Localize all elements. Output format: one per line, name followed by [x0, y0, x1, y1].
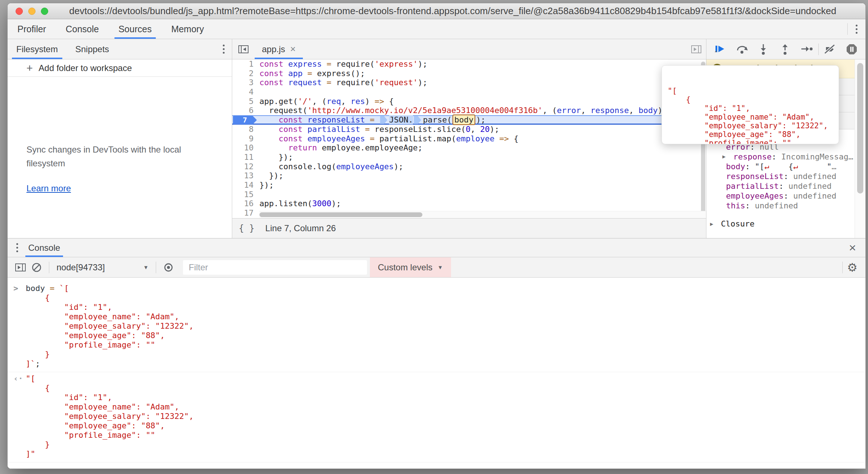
line-number[interactable]: 11: [232, 153, 259, 162]
step-into-icon[interactable]: [753, 41, 773, 57]
scope-row-responseList: responseList: undefined: [706, 171, 855, 181]
drawer-menu-icon[interactable]: [14, 241, 20, 254]
line-number[interactable]: 6: [232, 106, 259, 115]
console-messages[interactable]: >body = `[ { "id": "1", "employee_name":…: [8, 278, 865, 469]
log-levels-dropdown[interactable]: Custom levels ▼: [370, 257, 451, 277]
context-selector[interactable]: node[94733] ▼: [54, 262, 151, 273]
step-icon[interactable]: [797, 41, 817, 57]
tab-memory[interactable]: Memory: [162, 19, 214, 39]
line-number[interactable]: 7: [232, 115, 259, 125]
scrollbar-thumb[interactable]: [259, 212, 422, 217]
divider: [847, 23, 848, 35]
code-text: request('http://www.mocky.io/v2/5e1a9ae5…: [259, 106, 687, 115]
debugger-toolbar: [706, 39, 865, 59]
file-tab-label: app.js: [262, 44, 285, 54]
scope-row-response[interactable]: ▶response: IncomingMessag…: [706, 152, 855, 162]
close-window-icon[interactable]: [16, 8, 23, 15]
plus-icon: +: [26, 62, 33, 74]
deactivate-breakpoints-icon[interactable]: [820, 41, 840, 57]
learn-more-link[interactable]: Learn more: [26, 183, 213, 194]
tab-app-js[interactable]: app.js ×: [255, 39, 303, 59]
gear-icon[interactable]: ⚙: [847, 261, 865, 274]
show-debugger-icon[interactable]: [690, 39, 706, 59]
line-number[interactable]: 14: [232, 180, 259, 190]
add-folder-button[interactable]: + Add folder to workspace: [8, 59, 232, 77]
inline-eval-play-icon[interactable]: [414, 116, 421, 124]
code-text: const responseList = JSON.parse(body);: [259, 115, 485, 125]
collapsed-arrow-icon[interactable]: ▶: [722, 152, 733, 162]
line-number[interactable]: 9: [232, 134, 259, 144]
tooltip-line: "[: [668, 87, 839, 95]
line-number[interactable]: 15: [232, 190, 259, 199]
show-console-sidebar-icon[interactable]: [13, 259, 29, 275]
closure-label: Closure: [721, 219, 755, 229]
step-out-icon[interactable]: [775, 41, 795, 57]
console-message-result: ‹·"[ { "id": "1", "employee_name": "Adam…: [8, 372, 865, 462]
sidebar-scrollbar[interactable]: [855, 59, 865, 238]
line-number[interactable]: 12: [232, 162, 259, 171]
line-number[interactable]: 5: [232, 97, 259, 106]
tab-label: Console: [66, 24, 99, 34]
scope-pane: ▼Localerror: null▶response: IncomingMess…: [706, 129, 855, 238]
tab-label: Profiler: [17, 24, 46, 34]
line-number[interactable]: 8: [232, 125, 259, 134]
editor-panel: app.js × 1const express = require('expre…: [232, 39, 706, 238]
editor-horizontal-scrollbar[interactable]: [259, 211, 706, 218]
tab-profiler[interactable]: Profiler: [8, 19, 56, 39]
line-number[interactable]: 1: [232, 59, 259, 69]
code-line: 3const request = require('request');: [232, 78, 706, 87]
line-number[interactable]: 17: [232, 208, 259, 218]
code-text: console.log(employeeAges);: [259, 162, 403, 171]
tab-console[interactable]: Console: [56, 19, 109, 39]
zoom-window-icon[interactable]: [41, 8, 48, 15]
hide-navigator-icon[interactable]: [232, 39, 255, 59]
navigator-more-icon[interactable]: [221, 42, 227, 56]
console-message-input: >body = `[ { "id": "1", "employee_name":…: [8, 282, 865, 372]
code-line: 12 console.log(employeeAges);: [232, 162, 706, 171]
main-tab-bar: ProfilerConsoleSourcesMemory: [8, 19, 865, 39]
editor-status-bar: { } Line 7, Column 26: [232, 218, 706, 238]
code-line: 9 const employeeAges = partialList.map(e…: [232, 134, 706, 144]
clear-console-icon[interactable]: [29, 259, 45, 275]
minimize-window-icon[interactable]: [28, 8, 36, 15]
scrollbar-thumb[interactable]: [857, 63, 863, 194]
property-name: responseList: [726, 171, 784, 181]
tab-sources[interactable]: Sources: [109, 19, 162, 39]
eye-icon[interactable]: [160, 259, 176, 275]
pretty-print-icon[interactable]: { }: [239, 223, 254, 233]
scope-row-employeeAges: employeeAges: undefined: [706, 191, 855, 201]
navigator-tab-filesystem[interactable]: Filesystem: [8, 39, 67, 59]
more-options-icon[interactable]: [854, 22, 860, 36]
divider: [842, 262, 843, 273]
console-prompt[interactable]: >: [8, 462, 865, 469]
chevron-down-icon: ▼: [143, 264, 149, 270]
code-editor[interactable]: 1const express = require('express');2con…: [232, 59, 706, 218]
line-number[interactable]: 2: [232, 69, 259, 78]
line-number[interactable]: 10: [232, 143, 259, 153]
console-toolbar: node[94733] ▼ Custom levels ▼ ⚙: [8, 257, 865, 278]
filter-input[interactable]: [183, 260, 367, 275]
close-tab-icon[interactable]: ×: [290, 43, 296, 55]
inline-eval-play-icon[interactable]: [380, 116, 387, 124]
code-text: });: [259, 153, 293, 162]
scope-closure[interactable]: ▶ Closure: [706, 219, 855, 229]
pause-on-exceptions-icon[interactable]: [842, 41, 862, 57]
property-name: employeeAges: [726, 191, 784, 201]
line-number[interactable]: 16: [232, 199, 259, 208]
result-marker-icon: ‹·: [13, 374, 26, 459]
navigator-tab-snippets[interactable]: Snippets: [67, 39, 118, 59]
code-text: const express = require('express');: [259, 59, 427, 69]
window-titlebar[interactable]: devtools://devtools/bundled/js_app.html?…: [8, 3, 865, 19]
step-over-icon[interactable]: [732, 41, 752, 57]
line-number[interactable]: 3: [232, 78, 259, 87]
tooltip-line: "profile_image": "": [668, 139, 839, 144]
code-line: 16app.listen(3000);: [232, 199, 706, 208]
line-number[interactable]: 4: [232, 87, 259, 97]
resume-icon[interactable]: [710, 41, 730, 57]
tooltip-line: "employee_name": "Adam",: [668, 113, 839, 121]
line-number[interactable]: 13: [232, 171, 259, 180]
collapsed-arrow-icon: ▶: [710, 219, 721, 229]
value-tooltip: "[ { "id": "1", "employee_name": "Adam",…: [662, 65, 839, 144]
tab-console[interactable]: Console: [25, 238, 63, 257]
close-drawer-icon[interactable]: ×: [849, 238, 865, 257]
